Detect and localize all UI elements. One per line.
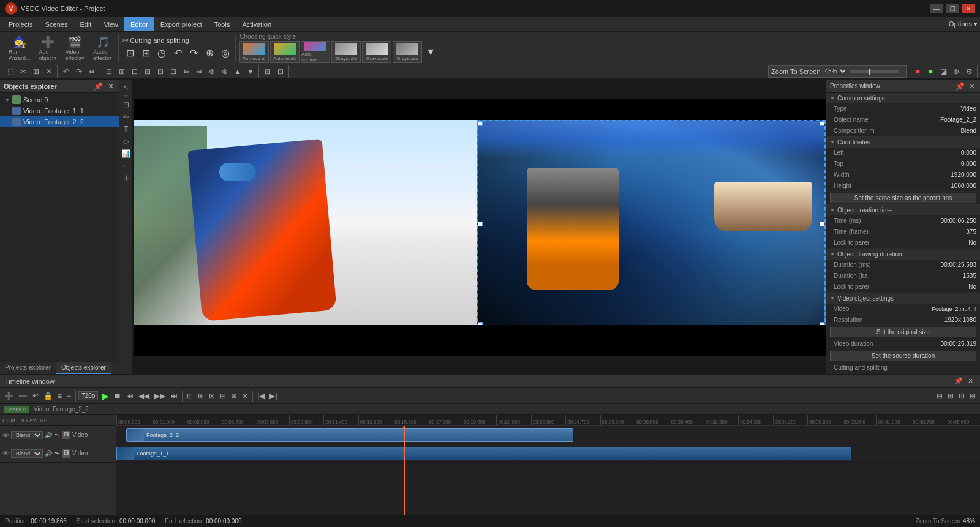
group-btn[interactable]: ⊕ [206,65,218,78]
edit-tool1[interactable]: ◷ [154,46,169,61]
tl-align2[interactable]: ▶| [268,391,279,402]
menu-tools[interactable]: Tools [208,17,236,31]
track2-eye[interactable]: 👁 [2,450,9,457]
transform-tool[interactable]: ↔ [121,160,132,171]
pointer-tool[interactable]: ↖ [121,82,132,93]
snap-btn[interactable]: ⊞ [262,65,274,78]
select-tool[interactable]: ⬚ [4,65,17,78]
tl-close-btn[interactable]: ✕ [966,377,975,385]
align-mid[interactable]: ⊟ [154,65,167,78]
menu-projects[interactable]: Projects [2,17,39,31]
props-pin-btn[interactable]: 📌 [954,82,966,91]
settings-btn[interactable]: ⚙ [963,65,975,78]
view-btn-3[interactable]: ◪ [937,65,949,78]
video-settings-header[interactable]: ▼ Video object settings [826,293,980,304]
props-close-btn[interactable]: ✕ [968,82,976,91]
tl-tool6[interactable]: ⊗ [240,391,250,402]
delete-tool[interactable]: ✕ [43,65,55,78]
tl-undo-btn[interactable]: ↶ [31,391,40,402]
tl-layers-btn[interactable]: ≡ [56,391,64,402]
cut-tool-btn[interactable]: ⊡ [123,46,137,61]
tab-objects-explorer[interactable]: Objects explorer [56,362,111,374]
more-styles-btn[interactable]: ▼ [423,45,438,59]
split-btn[interactable]: ⊞ [138,46,153,61]
shape-tool[interactable]: ◇ [121,136,132,147]
restore-button[interactable]: ❐ [946,4,959,13]
red-view-btn[interactable]: ■ [911,65,924,78]
tree-item-footage1[interactable]: Video: Footage_1_1 [0,105,119,116]
forward-btn[interactable]: ▲ [232,65,244,78]
handle-mr[interactable] [820,222,824,226]
close-button[interactable]: ✕ [962,4,975,13]
grid-btn[interactable]: ⊡ [274,65,287,78]
clip-footage2[interactable]: Footage_2_2 [126,428,573,442]
set-original-btn[interactable]: Set the original size [830,327,976,337]
move-tool-2[interactable]: ✛ [121,173,132,184]
tl-pin-btn[interactable]: 📌 [952,377,965,385]
tl-align1[interactable]: |◀ [255,391,266,402]
align-bottom[interactable]: ⊡ [167,65,179,78]
tl-tool5[interactable]: ⊕ [229,391,239,402]
redo-btn[interactable]: ↷ [73,65,85,78]
green-view-btn[interactable]: ■ [924,65,937,78]
menu-export[interactable]: Export project [154,17,208,31]
tl-vol-down[interactable]: − [65,391,73,402]
set-source-btn[interactable]: Set the source duration [830,351,976,361]
tab-projects-explorer[interactable]: Projects explorer [0,362,56,374]
playhead[interactable] [404,426,405,515]
step-back-btn[interactable]: ◀◀ [137,391,151,402]
align-center[interactable]: ⊠ [116,65,128,78]
view-btn-4[interactable]: ⊕ [950,65,962,78]
align-right[interactable]: ⊡ [129,65,141,78]
common-settings-header[interactable]: ▼ Common settings [826,93,980,103]
minimize-button[interactable]: — [930,4,943,13]
tl-tool2[interactable]: ⊞ [196,391,206,402]
zoom-control[interactable]: Zoom To Screen 48% − [768,65,907,78]
tree-item-scene[interactable]: ▼ Scene 0 [0,94,119,105]
move-tool[interactable]: ═ [121,94,132,98]
menu-edit[interactable]: Edit [74,17,97,31]
canvas-area[interactable] [133,80,826,374]
fill-tool[interactable]: ⊠ [30,65,42,78]
track2-blend[interactable]: Blend [11,449,43,458]
align-top[interactable]: ⊞ [141,65,154,78]
menu-editor[interactable]: Editor [124,17,154,31]
cut-tool[interactable]: ✂ [17,65,29,78]
flip-h-btn[interactable]: ⇔ [86,65,98,78]
tl-add-btn[interactable]: ➕ [2,391,15,402]
edit-tool2[interactable]: ↶ [170,46,185,61]
options-button[interactable]: Options ▾ [949,20,978,28]
remove-all-btn[interactable]: Remove all [239,41,269,63]
zoom-select[interactable]: 48% [823,67,848,75]
align-left[interactable]: ⊟ [103,65,115,78]
handle-ml[interactable] [478,222,483,226]
grayscale-btn-1[interactable]: Grayscale [331,41,361,63]
play-btn[interactable]: ▶ [100,390,111,402]
video-effects-button[interactable]: 🎬 Videoeffects▾ [62,34,88,62]
stop-btn[interactable]: ⏹ [112,391,123,402]
menu-activation[interactable]: Activation [236,17,277,31]
same-size-btn[interactable]: Set the same size as the parent has [830,193,976,203]
edit-tool4[interactable]: ⊕ [202,46,217,61]
tl-lock-btn[interactable]: 🔒 [42,391,55,402]
chart-tool[interactable]: 📊 [121,148,132,159]
audio-effects-button[interactable]: 🎵 Audioeffects▾ [89,34,116,62]
edit-tool3[interactable]: ↷ [186,46,201,61]
pin-button[interactable]: 📌 [92,82,104,91]
ungroup-btn[interactable]: ⊗ [219,65,231,78]
menu-scenes[interactable]: Scenes [39,17,74,31]
run-wizard-button[interactable]: 🧙 RunWizard... [5,34,34,62]
handle-tr[interactable] [820,121,824,126]
creation-time-header[interactable]: ▼ Object creation time [826,205,980,215]
text-tool[interactable]: T [121,124,132,135]
tl-remove-btn[interactable]: ➖ [17,391,29,402]
grayscale-btn-3[interactable]: Grayscale [393,41,422,63]
quality-selector[interactable]: 720p [78,391,98,400]
coordinates-header[interactable]: ▼ Coordinates [826,137,980,148]
auto-levels-btn[interactable]: Auto levels [270,41,300,63]
close-panel-button[interactable]: ✕ [107,82,115,91]
grayscale-btn-2[interactable]: Grayscale [362,41,391,63]
auto-contrast-btn[interactable]: Auto contrast [301,41,330,63]
tree-item-footage2[interactable]: Video: Footage_2_2 [0,116,119,127]
dist-v[interactable]: ⇒ [193,65,205,78]
